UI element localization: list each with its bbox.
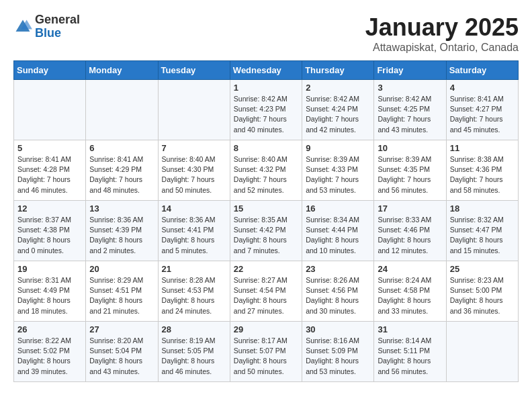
logo: General Blue [13, 13, 80, 40]
calendar-cell: 3Sunrise: 8:42 AM Sunset: 4:25 PM Daylig… [374, 80, 446, 140]
day-number: 19 [17, 264, 82, 274]
calendar-week-4: 26Sunrise: 8:22 AM Sunset: 5:02 PM Dayli… [14, 322, 519, 382]
day-number: 21 [162, 264, 226, 274]
day-number: 11 [450, 143, 515, 153]
day-number: 3 [378, 83, 442, 93]
calendar-cell: 27Sunrise: 8:20 AM Sunset: 5:04 PM Dayli… [86, 322, 158, 382]
weekday-header-friday: Friday [374, 61, 446, 80]
cell-content: Sunrise: 8:35 AM Sunset: 4:42 PM Dayligh… [234, 215, 298, 256]
weekday-header-thursday: Thursday [302, 61, 374, 80]
day-number: 26 [17, 324, 82, 334]
cell-content: Sunrise: 8:41 AM Sunset: 4:28 PM Dayligh… [17, 154, 82, 195]
cell-content: Sunrise: 8:27 AM Sunset: 4:54 PM Dayligh… [234, 275, 298, 316]
cell-content: Sunrise: 8:39 AM Sunset: 4:35 PM Dayligh… [378, 154, 442, 195]
cell-content: Sunrise: 8:41 AM Sunset: 4:29 PM Dayligh… [89, 154, 154, 195]
weekday-header-row: SundayMondayTuesdayWednesdayThursdayFrid… [14, 61, 519, 80]
calendar-cell: 15Sunrise: 8:35 AM Sunset: 4:42 PM Dayli… [230, 201, 302, 261]
day-number: 28 [162, 324, 226, 334]
calendar-cell: 28Sunrise: 8:19 AM Sunset: 5:05 PM Dayli… [158, 322, 230, 382]
calendar-cell: 23Sunrise: 8:26 AM Sunset: 4:56 PM Dayli… [302, 261, 374, 322]
day-number: 1 [234, 83, 298, 93]
calendar-cell: 5Sunrise: 8:41 AM Sunset: 4:28 PM Daylig… [14, 140, 86, 201]
calendar-cell: 26Sunrise: 8:22 AM Sunset: 5:02 PM Dayli… [14, 322, 86, 382]
calendar-week-1: 5Sunrise: 8:41 AM Sunset: 4:28 PM Daylig… [14, 140, 519, 201]
cell-content: Sunrise: 8:23 AM Sunset: 5:00 PM Dayligh… [450, 275, 515, 316]
logo-blue: Blue [35, 26, 61, 40]
calendar-cell: 4Sunrise: 8:41 AM Sunset: 4:27 PM Daylig… [446, 80, 518, 140]
cell-content: Sunrise: 8:39 AM Sunset: 4:33 PM Dayligh… [306, 154, 370, 195]
calendar-cell: 30Sunrise: 8:16 AM Sunset: 5:09 PM Dayli… [302, 322, 374, 382]
calendar-subtitle: Attawapiskat, Ontario, Canada [365, 42, 519, 54]
calendar-cell: 12Sunrise: 8:37 AM Sunset: 4:38 PM Dayli… [14, 201, 86, 261]
day-number: 2 [306, 83, 370, 93]
cell-content: Sunrise: 8:40 AM Sunset: 4:30 PM Dayligh… [162, 154, 226, 195]
logo-general: General [35, 13, 80, 26]
day-number: 12 [17, 203, 82, 214]
cell-content: Sunrise: 8:42 AM Sunset: 4:24 PM Dayligh… [306, 94, 370, 135]
calendar-week-2: 12Sunrise: 8:37 AM Sunset: 4:38 PM Dayli… [14, 201, 519, 261]
calendar-cell: 13Sunrise: 8:36 AM Sunset: 4:39 PM Dayli… [86, 201, 158, 261]
cell-content: Sunrise: 8:37 AM Sunset: 4:38 PM Dayligh… [17, 215, 82, 256]
weekday-header-saturday: Saturday [446, 61, 518, 80]
day-number: 6 [89, 143, 154, 153]
calendar-table: SundayMondayTuesdayWednesdayThursdayFrid… [13, 60, 519, 382]
calendar-cell: 31Sunrise: 8:14 AM Sunset: 5:11 PM Dayli… [374, 322, 446, 382]
cell-content: Sunrise: 8:32 AM Sunset: 4:47 PM Dayligh… [450, 215, 515, 256]
calendar-cell [14, 80, 86, 140]
day-number: 27 [89, 324, 154, 334]
cell-content: Sunrise: 8:40 AM Sunset: 4:32 PM Dayligh… [234, 154, 298, 195]
calendar-body: 1Sunrise: 8:42 AM Sunset: 4:23 PM Daylig… [14, 80, 519, 382]
day-number: 15 [234, 203, 298, 214]
cell-content: Sunrise: 8:42 AM Sunset: 4:23 PM Dayligh… [234, 94, 298, 135]
cell-content: Sunrise: 8:16 AM Sunset: 5:09 PM Dayligh… [306, 336, 370, 377]
day-number: 8 [234, 143, 298, 153]
cell-content: Sunrise: 8:24 AM Sunset: 4:58 PM Dayligh… [378, 275, 442, 316]
logo-text: General Blue [35, 13, 80, 40]
day-number: 30 [306, 324, 370, 334]
cell-content: Sunrise: 8:41 AM Sunset: 4:27 PM Dayligh… [450, 94, 515, 135]
calendar-cell: 21Sunrise: 8:28 AM Sunset: 4:53 PM Dayli… [158, 261, 230, 322]
cell-content: Sunrise: 8:33 AM Sunset: 4:46 PM Dayligh… [378, 215, 442, 256]
day-number: 22 [234, 264, 298, 274]
day-number: 10 [378, 143, 442, 153]
calendar-cell: 1Sunrise: 8:42 AM Sunset: 4:23 PM Daylig… [230, 80, 302, 140]
calendar-cell: 16Sunrise: 8:34 AM Sunset: 4:44 PM Dayli… [302, 201, 374, 261]
cell-content: Sunrise: 8:34 AM Sunset: 4:44 PM Dayligh… [306, 215, 370, 256]
calendar-cell: 25Sunrise: 8:23 AM Sunset: 5:00 PM Dayli… [446, 261, 518, 322]
cell-content: Sunrise: 8:31 AM Sunset: 4:49 PM Dayligh… [17, 275, 82, 316]
cell-content: Sunrise: 8:20 AM Sunset: 5:04 PM Dayligh… [89, 336, 154, 377]
day-number: 16 [306, 203, 370, 214]
day-number: 25 [450, 264, 515, 274]
cell-content: Sunrise: 8:29 AM Sunset: 4:51 PM Dayligh… [89, 275, 154, 316]
calendar-cell [446, 322, 518, 382]
calendar-title: January 2025 [365, 13, 519, 42]
day-number: 7 [162, 143, 226, 153]
calendar-cell: 10Sunrise: 8:39 AM Sunset: 4:35 PM Dayli… [374, 140, 446, 201]
cell-content: Sunrise: 8:17 AM Sunset: 5:07 PM Dayligh… [234, 336, 298, 377]
calendar-cell: 24Sunrise: 8:24 AM Sunset: 4:58 PM Dayli… [374, 261, 446, 322]
calendar-cell [86, 80, 158, 140]
logo-icon [13, 17, 32, 36]
calendar-cell: 20Sunrise: 8:29 AM Sunset: 4:51 PM Dayli… [86, 261, 158, 322]
day-number: 13 [89, 203, 154, 214]
day-number: 17 [378, 203, 442, 214]
day-number: 18 [450, 203, 515, 214]
calendar-cell [158, 80, 230, 140]
weekday-header-monday: Monday [86, 61, 158, 80]
cell-content: Sunrise: 8:14 AM Sunset: 5:11 PM Dayligh… [378, 336, 442, 377]
calendar-cell: 29Sunrise: 8:17 AM Sunset: 5:07 PM Dayli… [230, 322, 302, 382]
day-number: 20 [89, 264, 154, 274]
page-header: General Blue January 2025 Attawapiskat, … [13, 13, 519, 54]
calendar-cell: 11Sunrise: 8:38 AM Sunset: 4:36 PM Dayli… [446, 140, 518, 201]
calendar-cell: 6Sunrise: 8:41 AM Sunset: 4:29 PM Daylig… [86, 140, 158, 201]
cell-content: Sunrise: 8:22 AM Sunset: 5:02 PM Dayligh… [17, 336, 82, 377]
day-number: 23 [306, 264, 370, 274]
day-number: 31 [378, 324, 442, 334]
weekday-header-tuesday: Tuesday [158, 61, 230, 80]
cell-content: Sunrise: 8:28 AM Sunset: 4:53 PM Dayligh… [162, 275, 226, 316]
calendar-week-3: 19Sunrise: 8:31 AM Sunset: 4:49 PM Dayli… [14, 261, 519, 322]
cell-content: Sunrise: 8:42 AM Sunset: 4:25 PM Dayligh… [378, 94, 442, 135]
calendar-cell: 8Sunrise: 8:40 AM Sunset: 4:32 PM Daylig… [230, 140, 302, 201]
day-number: 5 [17, 143, 82, 153]
day-number: 9 [306, 143, 370, 153]
